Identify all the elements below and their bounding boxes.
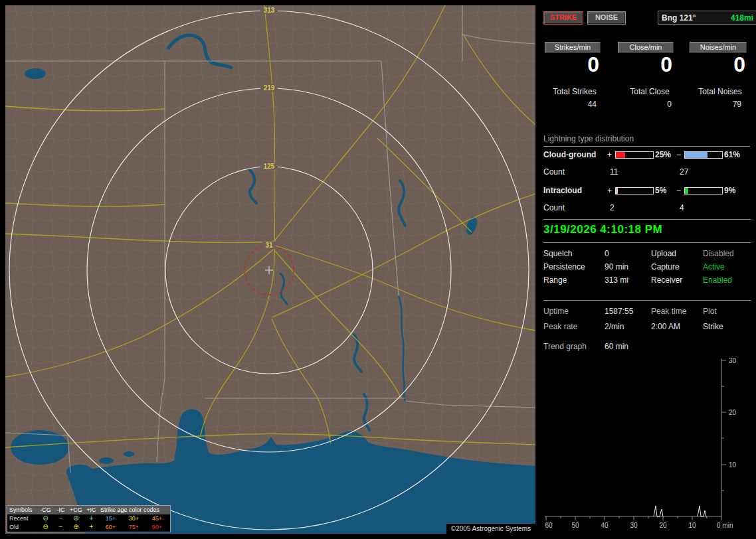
strike-spike bbox=[654, 506, 663, 516]
x-tick-50: 50 bbox=[571, 522, 579, 529]
bar-fill bbox=[685, 152, 708, 158]
bar-fill bbox=[685, 188, 688, 194]
legend-col-pos-cg: +CG bbox=[68, 506, 84, 514]
close-per-min-value: 0 bbox=[619, 53, 672, 76]
range-label-313: 313 bbox=[264, 7, 275, 14]
age-90: 90+ bbox=[145, 523, 169, 532]
trend-graph-label: Trend graph bbox=[543, 342, 587, 351]
trend-chart: 30 20 10 60 50 40 30 20 10 0 min bbox=[543, 353, 751, 534]
capture-label: Capture bbox=[651, 262, 680, 271]
neg-cg-old-icon: ⊖ bbox=[38, 523, 53, 532]
lightning-map[interactable]: 313 219 125 31 Symbols -CG -IC +CG +IC S… bbox=[5, 5, 535, 534]
x-tick-30: 30 bbox=[630, 522, 638, 529]
age-75: 75+ bbox=[122, 523, 145, 532]
plus-sign: + bbox=[607, 150, 612, 159]
x-tick-0-min: 0 min bbox=[717, 522, 733, 529]
age-45: 45+ bbox=[145, 514, 169, 523]
range-label-219: 219 bbox=[264, 84, 275, 92]
x-tick-60: 60 bbox=[545, 522, 553, 529]
cloud-ground-negative-count: 27 bbox=[680, 167, 688, 177]
intracloud-positive-count: 2 bbox=[610, 203, 614, 212]
upload-label: Upload bbox=[651, 249, 676, 258]
distribution-row-cloud-ground: Cloud-ground + 25% − 61% bbox=[543, 150, 751, 159]
range-value: 313 mi bbox=[605, 275, 628, 285]
neg-ic-recent-icon: − bbox=[53, 514, 68, 523]
range-label-31: 31 bbox=[265, 242, 273, 249]
legend-old-label: Old bbox=[7, 523, 38, 532]
pos-ic-old-icon: + bbox=[84, 523, 99, 532]
neg-ic-old-icon: − bbox=[53, 523, 68, 532]
strikes-per-min-badge: Strikes/min bbox=[545, 42, 601, 53]
x-tick-20: 20 bbox=[659, 522, 667, 529]
distribution-title: Lightning type distribution bbox=[543, 135, 750, 147]
cloud-ground-negative-pct: 61% bbox=[724, 150, 740, 159]
status-row-squelch-upload: Squelch 0 Upload Disabled bbox=[543, 249, 751, 260]
upload-status: Disabled bbox=[703, 249, 734, 258]
count-label: Count bbox=[543, 203, 565, 212]
divider bbox=[543, 242, 751, 243]
strike-spike bbox=[698, 506, 706, 516]
count-label: Count bbox=[543, 167, 565, 177]
legend-col-pos-ic: +IC bbox=[84, 506, 99, 514]
uptime-value: 1587:55 bbox=[605, 307, 633, 316]
range-label: Range bbox=[543, 275, 567, 285]
y-tick-10: 10 bbox=[729, 461, 737, 469]
strikes-per-min-value: 0 bbox=[546, 53, 599, 76]
total-strikes-value: 44 bbox=[543, 100, 597, 109]
total-close-label: Total Close bbox=[618, 87, 681, 96]
squelch-label: Squelch bbox=[543, 249, 572, 258]
pos-cg-recent-icon: ⊕ bbox=[68, 514, 84, 523]
age-15: 15+ bbox=[99, 514, 122, 523]
bearing-label: Bng 121° bbox=[662, 13, 696, 23]
total-strikes-label: Total Strikes bbox=[543, 87, 606, 96]
bearing-indicator: Bng 121° 418mi bbox=[658, 11, 756, 25]
intracloud-negative-bar bbox=[684, 187, 723, 194]
legend-col-neg-ic: -IC bbox=[53, 506, 68, 514]
x-tick-40: 40 bbox=[601, 522, 609, 529]
close-per-min-badge: Close/min bbox=[618, 42, 674, 53]
distribution-row-intracloud: Intracloud + 5% − 9% bbox=[543, 186, 751, 195]
cloud-ground-positive-pct: 25% bbox=[655, 150, 671, 159]
stats-row-1: Uptime 1587:55 Peak time Plot bbox=[543, 307, 751, 317]
cloud-ground-count-row: Count 11 27 bbox=[543, 167, 751, 177]
minus-sign: − bbox=[676, 186, 681, 195]
noise-button[interactable]: NOISE bbox=[587, 11, 626, 25]
capture-status: Active bbox=[703, 262, 725, 271]
uptime-label: Uptime bbox=[543, 307, 569, 316]
status-row-persistence-capture: Persistence 90 min Capture Active bbox=[543, 262, 751, 273]
copyright-text: ©2005 Astrogenic Systems bbox=[446, 524, 535, 534]
x-tick-10: 10 bbox=[688, 522, 696, 529]
persistence-value: 90 min bbox=[605, 262, 628, 271]
persistence-label: Persistence bbox=[543, 262, 585, 271]
trend-series bbox=[654, 506, 706, 516]
lake bbox=[99, 457, 114, 464]
trend-graph-row: Trend graph 60 min bbox=[543, 342, 751, 352]
intracloud-positive-pct: 5% bbox=[655, 186, 666, 195]
peak-time-label: Peak time bbox=[651, 307, 686, 316]
y-tick-30: 30 bbox=[729, 357, 737, 364]
lake bbox=[124, 451, 134, 457]
intracloud-negative-count: 4 bbox=[680, 203, 684, 212]
noises-per-min-value: 0 bbox=[692, 53, 745, 76]
intracloud-negative-pct: 9% bbox=[724, 186, 735, 195]
bearing-distance: 418mi bbox=[731, 13, 753, 23]
age-30: 30+ bbox=[122, 514, 145, 523]
status-row-range-receiver: Range 313 mi Receiver Enabled bbox=[543, 275, 751, 286]
stats-row-2: Peak rate 2/min 2:00 AM Strike bbox=[543, 322, 751, 333]
cloud-ground-positive-count: 11 bbox=[610, 167, 618, 177]
minus-sign: − bbox=[676, 150, 681, 159]
plus-sign: + bbox=[607, 186, 612, 195]
legend-row-recent: Recent ⊖ − ⊕ + 15+ 30+ 45+ bbox=[7, 514, 170, 523]
total-close-value: 0 bbox=[618, 100, 672, 109]
plot-value: Strike bbox=[703, 322, 723, 331]
receiver-label: Receiver bbox=[651, 275, 682, 285]
intracloud-label: Intracloud bbox=[543, 186, 582, 195]
strike-button[interactable]: STRIKE bbox=[543, 11, 583, 25]
receiver-status: Enabled bbox=[703, 275, 732, 285]
noises-per-min-badge: Noises/min bbox=[690, 42, 747, 53]
total-noises-value: 79 bbox=[688, 100, 741, 109]
legend-col-neg-cg: -CG bbox=[38, 506, 53, 514]
peak-time-value: 2:00 AM bbox=[651, 322, 680, 331]
total-noises-label: Total Noises bbox=[689, 87, 751, 96]
timestamp: 3/19/2026 4:10:18 PM bbox=[543, 223, 662, 236]
